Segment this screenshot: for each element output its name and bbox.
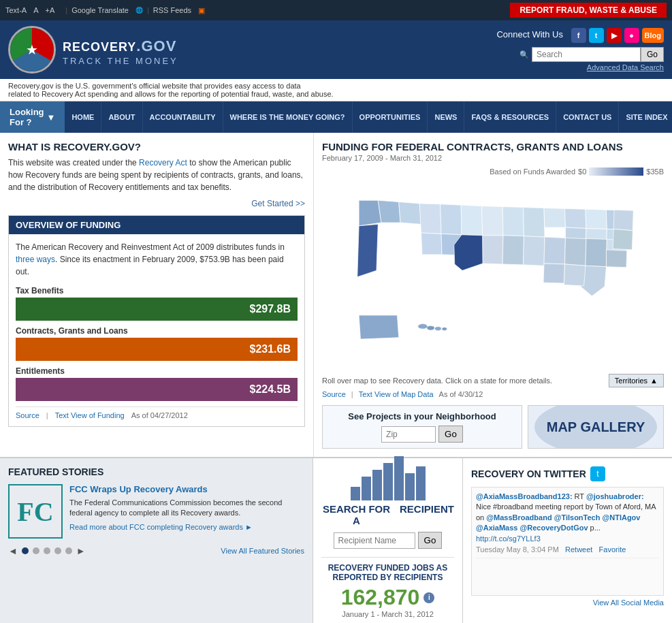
favorite-button[interactable]: Favorite (599, 545, 626, 554)
carousel-next-button[interactable]: ► (76, 545, 86, 556)
view-all-social-link[interactable]: View All Social Media (471, 598, 664, 607)
twitter-bird-icon: t (590, 466, 605, 481)
recipient-row: Go (321, 532, 454, 549)
usa-map-svg[interactable] (340, 178, 646, 369)
text-view-funding-link[interactable]: Text View of Funding (55, 411, 125, 419)
svg-point-35 (427, 325, 434, 330)
usa-map-container[interactable] (322, 178, 664, 371)
search-recipient-title: SEARCH FOR ARECIPIENT (321, 503, 454, 526)
logo-area: ★ RECOVERY.GOV TRACK THE MONEY (8, 26, 496, 74)
map-gallery[interactable]: MAP GALLERY (528, 405, 664, 449)
youtube-icon[interactable]: ▶ (607, 28, 622, 43)
map-source-link[interactable]: Source (322, 390, 346, 398)
map-footer: Roll over map to see Recovery data. Clic… (322, 374, 664, 387)
site-logo[interactable]: ★ (8, 26, 56, 74)
bar-chart-icon (321, 466, 454, 500)
recipient-go-button[interactable]: Go (418, 532, 443, 549)
svg-marker-31 (543, 263, 564, 283)
recipient-name-input[interactable] (334, 532, 415, 549)
legend-label: Based on Funds Awarded (490, 167, 575, 176)
google-translate-link[interactable]: Google Translate (71, 6, 129, 14)
svg-marker-28 (613, 210, 633, 230)
svg-marker-10 (502, 207, 524, 236)
facebook-icon[interactable]: f (571, 28, 586, 43)
what-is-title: WHAT IS RECOVERY.GOV? (8, 141, 305, 153)
nav-faqs[interactable]: FAQS & RESOURCES (464, 101, 556, 133)
svg-marker-1 (378, 200, 400, 223)
chart-bar-5 (394, 456, 404, 500)
right-column: FUNDING FOR FEDERAL CONTRACTS, GRANTS AN… (313, 133, 672, 457)
jobs-number: 162,870 i (321, 585, 454, 610)
carousel-dot-3[interactable] (44, 547, 50, 554)
nav-news[interactable]: NEWS (428, 101, 464, 133)
twitter-icon[interactable]: t (589, 28, 604, 43)
tweet-meta: Tuesday May 8, 3:04 PM Retweet Favorite (476, 545, 659, 554)
flickr-icon[interactable]: ● (624, 28, 639, 43)
svg-marker-22 (454, 235, 483, 271)
nav-about[interactable]: ABOUT (101, 101, 142, 133)
story-body: The Federal Communications Commission be… (69, 498, 304, 519)
story-read-more-link[interactable]: Read more about FCC completing Recovery … (69, 523, 253, 531)
jobs-info-icon[interactable]: i (423, 592, 434, 603)
site-tagline: TRACK THE MONEY (63, 56, 178, 66)
text-size-plus[interactable]: +A (46, 6, 55, 14)
text-size-normal[interactable]: A (33, 6, 38, 14)
svg-marker-21 (524, 236, 545, 266)
blog-icon[interactable]: Blog (642, 28, 664, 43)
overview-source-link[interactable]: Source (16, 411, 39, 419)
site-description: Recovery.gov is the U.S. government's of… (0, 79, 672, 101)
logo-text: RECOVERY.GOV TRACK THE MONEY (63, 34, 178, 66)
carousel-dot-5[interactable] (65, 547, 72, 554)
overview-as-of: As of 04/27/2012 (131, 411, 188, 419)
carousel-dot-4[interactable] (54, 547, 61, 554)
middle-bottom-section: SEARCH FOR ARECIPIENT Go RECOVERY FUNDED… (313, 458, 463, 623)
territories-button[interactable]: Territories ▲ (609, 374, 664, 387)
zip-go-button[interactable]: Go (438, 426, 463, 443)
advanced-search-link[interactable]: Advanced Data Search (496, 63, 664, 71)
nav-home[interactable]: HOME (65, 101, 101, 133)
text-size-label: Text (5, 6, 19, 14)
nav-site-index[interactable]: SITE INDEX (619, 101, 672, 133)
tweet-link[interactable]: http://t.co/sg7YLLf3 (476, 534, 541, 543)
text-size-minus[interactable]: -A (19, 6, 27, 14)
rss-feeds-link[interactable]: RSS Feeds (153, 6, 191, 14)
what-is-section: WHAT IS RECOVERY.GOV? This website was c… (8, 141, 305, 208)
map-links: Source | Text View of Map Data As of 4/3… (322, 390, 664, 398)
nav-accountability[interactable]: ACCOUNTABILITY (143, 101, 223, 133)
nav-money-going[interactable]: WHERE IS THE MONEY GOING? (223, 101, 353, 133)
svg-point-36 (435, 327, 441, 331)
contracts-bar: $231.6B (16, 338, 298, 361)
bottom-map-row: See Projects in your Neighborhood Go MAP… (322, 405, 664, 449)
bottom-section: FEATURED STORIES FC FCC Wraps Up Recover… (0, 457, 672, 623)
carousel-dot-2[interactable] (33, 547, 39, 554)
carousel-prev-button[interactable]: ◄ (8, 545, 18, 556)
left-column: WHAT IS RECOVERY.GOV? This website was c… (0, 133, 313, 457)
looking-for-button[interactable]: Looking For ? ▼ (0, 101, 65, 133)
contracts-row: Contracts, Grants and Loans $231.6B (16, 326, 298, 361)
nav-contact[interactable]: CONTACT US (556, 101, 619, 133)
funding-map-date: February 17, 2009 - March 31, 2012 (322, 154, 664, 162)
retweet-button[interactable]: Retweet (565, 545, 592, 554)
svg-marker-9 (482, 206, 503, 236)
svg-marker-3 (419, 204, 441, 234)
chart-bar-2 (362, 477, 371, 500)
twitter-feed[interactable]: @AxiaMassBroadband123: RT @joshuabroder:… (471, 487, 664, 596)
svg-point-34 (418, 324, 428, 330)
search-input[interactable] (532, 47, 641, 62)
nav-opportunities[interactable]: OPPORTUNITIES (353, 101, 428, 133)
story-title[interactable]: FCC Wraps Up Recovery Awards (69, 484, 304, 494)
chart-bar-3 (372, 470, 382, 500)
twitter-header: RECOVERY ON TWITTER t (471, 466, 664, 481)
three-ways-link[interactable]: three ways (16, 255, 55, 264)
search-button[interactable]: Go (641, 47, 664, 62)
carousel-dot-1[interactable] (22, 547, 29, 554)
svg-marker-13 (564, 208, 586, 228)
zip-input[interactable] (381, 426, 436, 443)
svg-marker-20 (502, 236, 524, 265)
projects-box: See Projects in your Neighborhood Go (322, 405, 522, 449)
fraud-report-button[interactable]: REPORT FRAUD, WASTE & ABUSE (510, 3, 667, 18)
get-started-link[interactable]: Get Started >> (8, 199, 305, 208)
view-all-stories-link[interactable]: View All Featured Stories (221, 547, 304, 555)
recovery-act-link[interactable]: Recovery Act (139, 158, 187, 167)
text-view-map-link[interactable]: Text View of Map Data (359, 390, 434, 398)
